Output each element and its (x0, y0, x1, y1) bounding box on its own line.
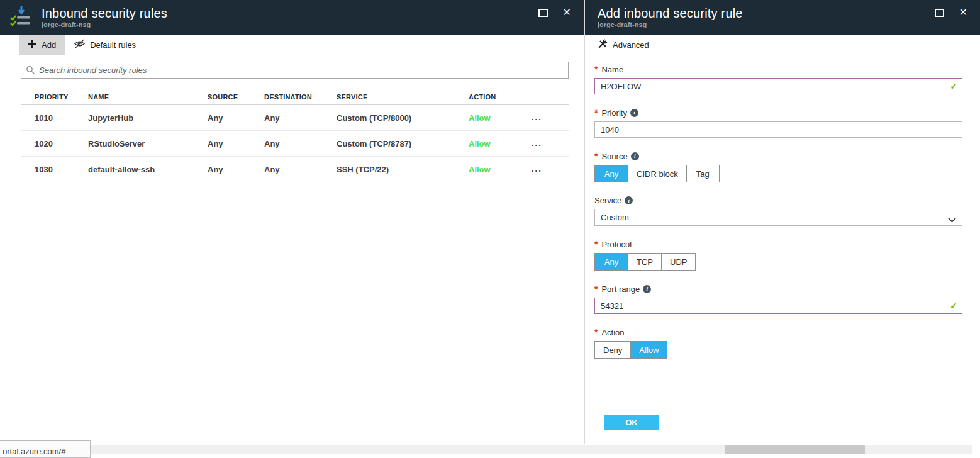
right-blade-subtitle: jorge-draft-nsg (598, 21, 743, 29)
search-icon (26, 65, 35, 77)
col-destination: DESTINATION (264, 93, 337, 101)
name-input[interactable] (594, 78, 962, 94)
service-selected-value: Custom (601, 213, 629, 222)
cell-destination: Any (264, 165, 337, 174)
source-field-group: Source Any CIDR block Tag (594, 151, 962, 182)
search-input[interactable] (21, 62, 569, 79)
cell-priority: 1010 (35, 113, 88, 123)
cell-priority: 1020 (35, 139, 88, 148)
required-marker (594, 151, 598, 161)
protocol-option-udp[interactable]: UDP (661, 254, 695, 270)
port-range-field-group: Port range ✓ (594, 284, 962, 314)
service-select[interactable]: Custom (594, 209, 962, 226)
port-range-input[interactable] (594, 298, 962, 314)
advanced-label: Advanced (613, 40, 649, 50)
col-service: SERVICE (337, 93, 469, 101)
cell-name: JupyterHub (88, 113, 208, 123)
inbound-rules-icon (9, 4, 34, 31)
cell-service: Custom (TCP/8000) (337, 113, 469, 123)
cell-action: Allow (469, 165, 522, 174)
cell-priority: 1030 (35, 165, 88, 174)
cell-name: default-allow-ssh (88, 165, 208, 174)
required-marker (594, 327, 598, 337)
left-blade-toolbar: Add Default rules (0, 35, 584, 55)
horizontal-scrollbar[interactable] (88, 445, 972, 454)
action-label: Action (601, 328, 624, 337)
protocol-toggle-group: Any TCP UDP (594, 253, 696, 271)
priority-field-group: Priority (594, 108, 962, 138)
protocol-option-any[interactable]: Any (595, 254, 628, 270)
row-context-menu-icon[interactable]: ... (522, 167, 569, 172)
close-icon[interactable]: ✕ (563, 8, 571, 18)
cell-action: Allow (469, 139, 522, 148)
table-row[interactable]: 1020 RStudioServer Any Any Custom (TCP/8… (21, 131, 569, 157)
table-row[interactable]: 1030 default-allow-ssh Any Any SSH (TCP/… (21, 157, 569, 182)
cell-destination: Any (264, 113, 337, 123)
port-range-label: Port range (601, 284, 640, 294)
left-blade-header: Inbound security rules jorge-draft-nsg ✕ (0, 0, 584, 35)
info-icon[interactable] (630, 109, 638, 117)
table-header-row: PRIORITY NAME SOURCE DESTINATION SERVICE… (21, 89, 569, 105)
protocol-option-tcp[interactable]: TCP (628, 254, 661, 270)
left-blade-title: Inbound security rules (42, 6, 167, 21)
cell-name: RStudioServer (88, 139, 208, 148)
eye-off-icon (74, 39, 86, 50)
info-icon[interactable] (631, 152, 639, 160)
protocol-field-group: Protocol Any TCP UDP (594, 239, 962, 271)
source-option-cidr-block[interactable]: CIDR block (628, 165, 686, 182)
cell-service: SSH (TCP/22) (337, 165, 469, 174)
name-label: Name (601, 65, 623, 74)
right-blade-footer: OK (585, 399, 980, 430)
name-field-group: Name ✓ (594, 64, 962, 94)
maximize-icon[interactable] (935, 9, 944, 17)
required-marker (594, 64, 598, 74)
cell-source: Any (208, 113, 264, 123)
cell-destination: Any (264, 139, 337, 148)
valid-check-icon: ✓ (950, 81, 957, 91)
right-blade-title: Add inbound security rule (598, 6, 743, 21)
chevron-down-icon (948, 215, 956, 225)
azure-portal-page: Inbound security rules jorge-draft-nsg ✕… (0, 0, 980, 458)
col-name: NAME (88, 93, 208, 101)
cell-source: Any (208, 165, 264, 174)
table-row[interactable]: 1010 JupyterHub Any Any Custom (TCP/8000… (21, 105, 569, 131)
required-marker (594, 108, 598, 118)
plus-icon (28, 39, 37, 50)
tools-icon (598, 38, 608, 51)
row-context-menu-icon[interactable]: ... (522, 115, 569, 120)
maximize-icon[interactable] (538, 9, 548, 17)
right-blade-header: Add inbound security rule jorge-draft-ns… (585, 0, 980, 35)
close-icon[interactable]: ✕ (959, 8, 967, 18)
source-option-any[interactable]: Any (595, 165, 628, 182)
priority-label: Priority (601, 108, 626, 118)
right-blade-toolbar: Advanced (585, 35, 980, 55)
source-toggle-group: Any CIDR block Tag (594, 165, 720, 182)
browser-status-bar: ortal.azure.com/# (0, 440, 91, 458)
add-inbound-rule-blade: Add inbound security rule jorge-draft-ns… (584, 0, 980, 444)
required-marker (594, 239, 598, 249)
priority-input[interactable] (594, 121, 962, 138)
default-rules-label: Default rules (90, 40, 136, 50)
service-label: Service (594, 196, 621, 205)
row-context-menu-icon[interactable]: ... (522, 141, 569, 146)
action-option-allow[interactable]: Allow (630, 342, 667, 358)
left-blade-subtitle: jorge-draft-nsg (42, 21, 167, 29)
add-button-label: Add (42, 40, 56, 50)
scrollbar-thumb[interactable] (725, 445, 865, 454)
action-option-deny[interactable]: Deny (595, 342, 630, 358)
advanced-button[interactable]: Advanced (589, 35, 658, 55)
default-rules-button[interactable]: Default rules (65, 35, 145, 55)
rules-list-content: PRIORITY NAME SOURCE DESTINATION SERVICE… (0, 55, 584, 182)
source-option-tag[interactable]: Tag (686, 165, 719, 182)
info-icon[interactable] (643, 285, 651, 293)
info-icon[interactable] (625, 196, 633, 204)
valid-check-icon: ✓ (950, 301, 957, 311)
col-priority: PRIORITY (35, 93, 88, 101)
cell-source: Any (208, 139, 264, 148)
add-rule-form: Name ✓ Priority (585, 55, 980, 359)
col-action: ACTION (469, 93, 522, 101)
cell-action: Allow (469, 113, 522, 123)
source-label: Source (601, 152, 627, 161)
ok-button[interactable]: OK (604, 415, 659, 430)
add-button[interactable]: Add (19, 35, 65, 55)
